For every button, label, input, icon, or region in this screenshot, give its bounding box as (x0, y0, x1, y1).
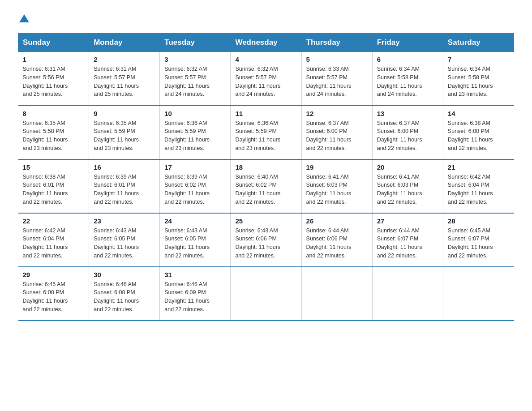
day-number: 20 (377, 163, 438, 171)
day-info: Sunrise: 6:32 AMSunset: 5:57 PMDaylight:… (164, 65, 226, 98)
day-number: 27 (377, 217, 438, 225)
day-number: 13 (377, 110, 438, 117)
calendar-cell: 31Sunrise: 6:46 AMSunset: 6:09 PMDayligh… (160, 267, 231, 321)
calendar-cell (301, 267, 372, 321)
day-number: 6 (377, 56, 438, 63)
calendar-cell: 7Sunrise: 6:34 AMSunset: 5:58 PMDaylight… (443, 52, 514, 106)
calendar-week-row: 1Sunrise: 6:31 AMSunset: 5:56 PMDaylight… (18, 52, 514, 106)
calendar-cell: 27Sunrise: 6:44 AMSunset: 6:07 PMDayligh… (372, 213, 443, 267)
calendar-cell: 26Sunrise: 6:44 AMSunset: 6:06 PMDayligh… (301, 213, 372, 267)
day-info: Sunrise: 6:43 AMSunset: 6:05 PMDaylight:… (94, 227, 155, 260)
day-number: 29 (23, 271, 85, 278)
calendar-cell (231, 267, 301, 321)
calendar-cell: 4Sunrise: 6:32 AMSunset: 5:57 PMDaylight… (231, 52, 301, 106)
calendar-cell: 22Sunrise: 6:42 AMSunset: 6:04 PMDayligh… (18, 213, 89, 267)
day-info: Sunrise: 6:35 AMSunset: 5:58 PMDaylight:… (23, 119, 85, 153)
day-info: Sunrise: 6:32 AMSunset: 5:57 PMDaylight:… (235, 65, 296, 98)
day-info: Sunrise: 6:43 AMSunset: 6:05 PMDaylight:… (164, 227, 226, 260)
day-number: 10 (164, 110, 226, 117)
calendar-cell (372, 267, 443, 321)
calendar-cell: 3Sunrise: 6:32 AMSunset: 5:57 PMDaylight… (160, 52, 231, 106)
day-info: Sunrise: 6:34 AMSunset: 5:58 PMDaylight:… (448, 65, 510, 98)
svg-marker-0 (19, 14, 29, 22)
day-info: Sunrise: 6:41 AMSunset: 6:03 PMDaylight:… (377, 173, 438, 206)
day-info: Sunrise: 6:46 AMSunset: 6:08 PMDaylight:… (94, 280, 155, 314)
day-number: 19 (306, 163, 368, 171)
logo-line (18, 13, 29, 24)
day-number: 28 (448, 217, 510, 225)
column-header-saturday: Saturday (443, 34, 514, 52)
calendar-cell: 6Sunrise: 6:34 AMSunset: 5:58 PMDaylight… (372, 52, 443, 106)
logo-triangle-icon (19, 13, 29, 23)
day-number: 1 (23, 56, 85, 63)
day-number: 26 (306, 217, 368, 225)
day-info: Sunrise: 6:39 AMSunset: 6:01 PMDaylight:… (94, 173, 155, 206)
day-info: Sunrise: 6:39 AMSunset: 6:02 PMDaylight:… (164, 173, 226, 206)
calendar-table: SundayMondayTuesdayWednesdayThursdayFrid… (18, 33, 514, 321)
day-info: Sunrise: 6:41 AMSunset: 6:03 PMDaylight:… (306, 173, 368, 206)
calendar-cell: 16Sunrise: 6:39 AMSunset: 6:01 PMDayligh… (89, 159, 160, 213)
calendar-cell: 8Sunrise: 6:35 AMSunset: 5:58 PMDaylight… (18, 106, 89, 159)
logo-text (18, 13, 29, 24)
column-header-tuesday: Tuesday (160, 34, 231, 52)
calendar-cell: 25Sunrise: 6:43 AMSunset: 6:06 PMDayligh… (231, 213, 301, 267)
day-number: 12 (306, 110, 368, 117)
day-info: Sunrise: 6:34 AMSunset: 5:58 PMDaylight:… (377, 65, 438, 98)
calendar-week-row: 29Sunrise: 6:45 AMSunset: 6:08 PMDayligh… (18, 267, 514, 321)
calendar-cell: 14Sunrise: 6:38 AMSunset: 6:00 PMDayligh… (443, 106, 514, 159)
calendar-week-row: 22Sunrise: 6:42 AMSunset: 6:04 PMDayligh… (18, 213, 514, 267)
day-number: 14 (448, 110, 510, 117)
day-number: 31 (164, 271, 226, 278)
column-header-sunday: Sunday (18, 34, 89, 52)
day-info: Sunrise: 6:42 AMSunset: 6:04 PMDaylight:… (448, 173, 510, 206)
column-header-friday: Friday (372, 34, 443, 52)
day-info: Sunrise: 6:36 AMSunset: 5:59 PMDaylight:… (164, 119, 226, 153)
day-number: 3 (164, 56, 226, 63)
day-info: Sunrise: 6:37 AMSunset: 6:00 PMDaylight:… (377, 119, 438, 153)
calendar-week-row: 15Sunrise: 6:38 AMSunset: 6:01 PMDayligh… (18, 159, 514, 213)
day-number: 17 (164, 163, 226, 171)
day-info: Sunrise: 6:45 AMSunset: 6:07 PMDaylight:… (448, 227, 510, 260)
day-info: Sunrise: 6:38 AMSunset: 6:00 PMDaylight:… (448, 119, 510, 153)
day-number: 7 (448, 56, 510, 63)
column-header-monday: Monday (89, 34, 160, 52)
day-info: Sunrise: 6:31 AMSunset: 5:57 PMDaylight:… (94, 65, 155, 98)
day-number: 21 (448, 163, 510, 171)
day-number: 24 (164, 217, 226, 225)
day-info: Sunrise: 6:44 AMSunset: 6:06 PMDaylight:… (306, 227, 368, 260)
calendar-cell: 13Sunrise: 6:37 AMSunset: 6:00 PMDayligh… (372, 106, 443, 159)
day-number: 4 (235, 56, 296, 63)
calendar-cell: 24Sunrise: 6:43 AMSunset: 6:05 PMDayligh… (160, 213, 231, 267)
calendar-cell: 23Sunrise: 6:43 AMSunset: 6:05 PMDayligh… (89, 213, 160, 267)
day-number: 30 (94, 271, 155, 278)
day-info: Sunrise: 6:42 AMSunset: 6:04 PMDaylight:… (23, 227, 85, 260)
calendar-cell (443, 267, 514, 321)
calendar-cell: 10Sunrise: 6:36 AMSunset: 5:59 PMDayligh… (160, 106, 231, 159)
day-number: 16 (94, 163, 155, 171)
day-info: Sunrise: 6:43 AMSunset: 6:06 PMDaylight:… (235, 227, 296, 260)
calendar-cell: 18Sunrise: 6:40 AMSunset: 6:02 PMDayligh… (231, 159, 301, 213)
day-number: 18 (235, 163, 296, 171)
day-info: Sunrise: 6:31 AMSunset: 5:56 PMDaylight:… (23, 65, 85, 98)
page-header (18, 13, 514, 24)
calendar-cell: 21Sunrise: 6:42 AMSunset: 6:04 PMDayligh… (443, 159, 514, 213)
day-number: 15 (23, 163, 85, 171)
day-info: Sunrise: 6:38 AMSunset: 6:01 PMDaylight:… (23, 173, 85, 206)
day-number: 8 (23, 110, 85, 117)
day-info: Sunrise: 6:44 AMSunset: 6:07 PMDaylight:… (377, 227, 438, 260)
calendar-cell: 12Sunrise: 6:37 AMSunset: 6:00 PMDayligh… (301, 106, 372, 159)
day-info: Sunrise: 6:36 AMSunset: 5:59 PMDaylight:… (235, 119, 296, 153)
day-number: 2 (94, 56, 155, 63)
calendar-cell: 1Sunrise: 6:31 AMSunset: 5:56 PMDaylight… (18, 52, 89, 106)
logo (18, 13, 29, 24)
calendar-week-row: 8Sunrise: 6:35 AMSunset: 5:58 PMDaylight… (18, 106, 514, 159)
day-number: 9 (94, 110, 155, 117)
calendar-cell: 30Sunrise: 6:46 AMSunset: 6:08 PMDayligh… (89, 267, 160, 321)
calendar-cell: 5Sunrise: 6:33 AMSunset: 5:57 PMDaylight… (301, 52, 372, 106)
calendar-cell: 19Sunrise: 6:41 AMSunset: 6:03 PMDayligh… (301, 159, 372, 213)
day-info: Sunrise: 6:45 AMSunset: 6:08 PMDaylight:… (23, 280, 85, 314)
calendar-cell: 2Sunrise: 6:31 AMSunset: 5:57 PMDaylight… (89, 52, 160, 106)
day-number: 22 (23, 217, 85, 225)
day-number: 23 (94, 217, 155, 225)
day-info: Sunrise: 6:37 AMSunset: 6:00 PMDaylight:… (306, 119, 368, 153)
